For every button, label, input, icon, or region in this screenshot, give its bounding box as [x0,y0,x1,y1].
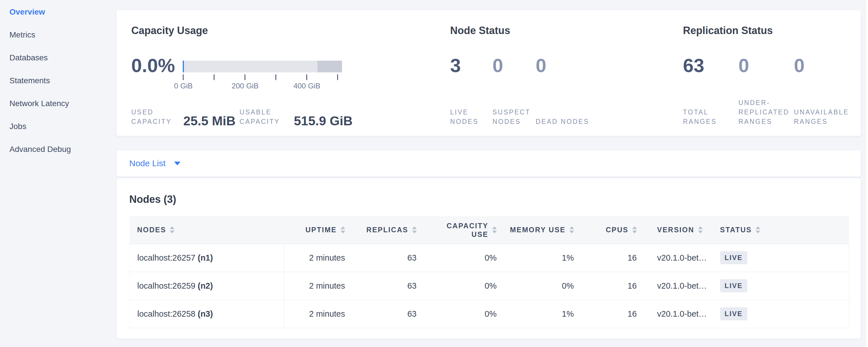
unavailable-ranges-label: UNAVAILABLE RANGES [794,107,852,126]
unavailable-ranges-value: 0 [794,56,852,75]
memory-use-cell: 1% [501,300,579,328]
sidebar: Overview Metrics Databases Statements Ne… [9,8,113,168]
column-header-cpus-label: CPUS [606,226,628,234]
capacity-gauge-reserved-segment [317,61,342,72]
sort-icon [492,226,497,233]
table-row: localhost:26257 (n1) 2 minutes 63 0% 1% … [129,244,849,272]
column-header-version[interactable]: VERSION [642,216,717,244]
dead-nodes-value: 0 [536,56,593,75]
sidebar-item-advanced-debug[interactable]: Advanced Debug [9,145,113,153]
table-header-row: NODES UPTIME REPLICAS CAPACITY USE MEMOR… [129,216,849,244]
node-address: localhost:26258 [137,309,195,318]
sort-icon [170,226,175,233]
uptime-cell: 2 minutes [284,300,350,328]
memory-use-cell: 0% [501,272,579,300]
replicas-cell: 63 [350,300,421,328]
node-status-title: Node Status [450,24,683,37]
total-ranges-value: 63 [683,56,735,75]
node-address-cell[interactable]: localhost:26257 (n1) [129,244,284,272]
status-badge: LIVE [720,279,747,292]
sort-icon [569,226,574,233]
table-row: localhost:26258 (n3) 2 minutes 63 0% 1% … [129,300,849,328]
under-replicated-ranges-label: UNDER-REPLICATED RANGES [739,98,799,126]
memory-use-cell: 1% [501,244,579,272]
column-header-memory-use[interactable]: MEMORY USE [501,216,579,244]
used-capacity-value: 25.5 MiB [183,116,236,126]
cluster-summary-card: Capacity Usage 0.0% 0 GiB 200 GiB 400 Gi… [116,10,861,136]
used-capacity-stat: USED CAPACITY 25.5 MiB [131,107,236,126]
scrollbar-track [866,0,868,347]
used-capacity-label: USED CAPACITY [131,107,177,126]
sort-icon [341,226,345,233]
usable-capacity-value: 515.9 GiB [294,116,353,126]
suspect-nodes-stat: 0 SUSPECT NODES [493,56,536,126]
column-header-nodes[interactable]: NODES [129,216,284,244]
version-cell: v20.1.0-bet… [642,272,717,300]
capacity-gauge-used-marker [183,61,184,72]
axis-label-200gib: 200 GiB [231,82,258,90]
status-cell: LIVE [717,244,849,272]
replication-status-title: Replication Status [683,24,849,37]
sidebar-item-statements[interactable]: Statements [9,77,113,85]
sidebar-item-metrics[interactable]: Metrics [9,31,113,39]
sidebar-item-network-latency[interactable]: Network Latency [9,99,113,107]
capacity-use-cell: 0% [421,244,501,272]
live-nodes-value: 3 [450,56,490,75]
capacity-use-cell: 0% [421,300,501,328]
live-nodes-label: LIVE NODES [450,107,490,126]
node-address-cell[interactable]: localhost:26258 (n3) [129,300,284,328]
column-header-replicas-label: REPLICAS [366,226,408,234]
sort-icon [412,226,417,233]
status-cell: LIVE [717,272,849,300]
total-ranges-stat: 63 TOTAL RANGES [683,56,735,126]
node-address: localhost:26257 [137,253,195,262]
capacity-usage-section: Capacity Usage 0.0% 0 GiB 200 GiB 400 Gi… [131,24,450,126]
sidebar-item-overview[interactable]: Overview [9,8,113,16]
sort-icon [755,226,760,233]
cpus-cell: 16 [579,300,642,328]
nodes-table-title: Nodes (3) [129,193,176,206]
under-replicated-ranges-stat: 0 UNDER-REPLICATED RANGES [739,56,799,126]
sidebar-item-databases[interactable]: Databases [9,54,113,62]
replication-status-section: Replication Status 63 TOTAL RANGES 0 UND… [683,24,849,126]
total-ranges-label: TOTAL RANGES [683,107,735,126]
suspect-nodes-label: SUSPECT NODES [493,107,536,126]
status-badge: LIVE [720,251,747,264]
version-cell: v20.1.0-bet… [642,244,717,272]
replicas-cell: 63 [350,272,421,300]
sidebar-item-jobs[interactable]: Jobs [9,122,113,130]
node-id: (n3) [197,309,213,318]
node-list-dropdown-label: Node List [129,158,165,168]
column-header-capacity-use[interactable]: CAPACITY USE [421,216,501,244]
uptime-cell: 2 minutes [284,244,350,272]
chevron-down-icon [174,162,181,165]
column-header-status-label: STATUS [720,226,752,234]
column-header-cpus[interactable]: CPUS [579,216,642,244]
column-header-replicas[interactable]: REPLICAS [350,216,421,244]
capacity-use-cell: 0% [421,272,501,300]
status-badge: LIVE [720,307,747,320]
node-address-cell[interactable]: localhost:26259 (n2) [129,272,284,300]
usable-capacity-stat: USABLE CAPACITY 515.9 GiB [240,107,353,126]
node-status-section: Node Status 3 LIVE NODES 0 SUSPECT NODES… [450,24,683,126]
version-cell: v20.1.0-bet… [642,300,717,328]
cpus-cell: 16 [579,244,642,272]
column-header-capacity-use-label: CAPACITY USE [443,221,489,239]
column-header-uptime[interactable]: UPTIME [284,216,350,244]
dead-nodes-label: DEAD NODES [536,117,589,126]
capacity-usage-title: Capacity Usage [131,24,450,37]
sort-icon [698,226,703,233]
column-header-uptime-label: UPTIME [305,226,337,234]
axis-label-0gib: 0 GiB [174,82,192,90]
sort-icon [632,226,637,233]
column-header-status[interactable]: STATUS [717,216,849,244]
nodes-table-card: Nodes (3) NODES UPTIME REPLICAS [116,178,861,339]
capacity-gauge: 0 GiB 200 GiB 400 GiB [183,61,342,90]
node-list-dropdown[interactable]: Node List [129,158,181,168]
under-replicated-ranges-value: 0 [739,56,799,75]
node-id: (n1) [197,253,213,262]
nodes-table: NODES UPTIME REPLICAS CAPACITY USE MEMOR… [129,216,849,328]
uptime-cell: 2 minutes [284,272,350,300]
node-id: (n2) [197,281,213,290]
live-nodes-stat: 3 LIVE NODES [450,56,490,126]
